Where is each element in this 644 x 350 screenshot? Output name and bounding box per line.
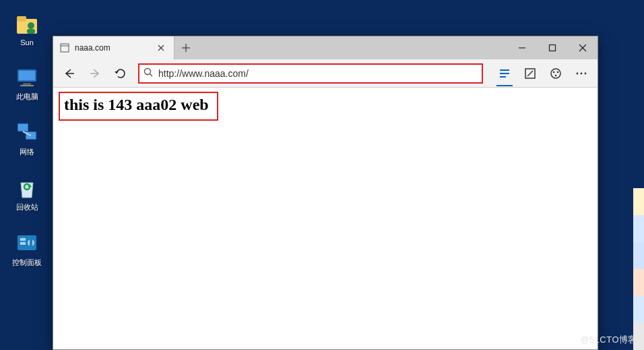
arrow-right-icon	[88, 67, 102, 80]
new-tab-button[interactable]	[174, 36, 197, 59]
taskbar-peek-strip	[633, 188, 644, 350]
svg-point-36	[551, 69, 560, 78]
svg-point-30	[145, 68, 151, 74]
page-heading: this is 143 aaa02 web	[64, 96, 209, 114]
browser-tab[interactable]: naaa.com	[53, 36, 174, 59]
computer-icon	[15, 65, 39, 90]
svg-rect-16	[20, 242, 26, 245]
note-icon	[524, 67, 536, 80]
address-input[interactable]	[158, 68, 478, 79]
svg-point-38	[557, 71, 559, 73]
svg-point-42	[585, 72, 587, 74]
share-button[interactable]	[544, 61, 568, 86]
tab-strip: naaa.com	[53, 36, 598, 59]
reading-list-button[interactable]	[492, 61, 517, 86]
svg-rect-1	[17, 16, 26, 22]
reading-list-icon	[498, 67, 511, 80]
svg-rect-19	[61, 44, 69, 52]
svg-point-41	[581, 72, 583, 74]
more-button[interactable]	[569, 61, 593, 86]
tab-close-button[interactable]	[154, 42, 168, 53]
forward-button[interactable]	[83, 61, 107, 86]
page-content: this is 143 aaa02 web	[53, 88, 598, 349]
desktop-icon-label: 网络	[20, 147, 34, 157]
arrow-left-icon	[63, 67, 76, 80]
tab-title: naaa.com	[75, 43, 148, 53]
refresh-icon	[115, 67, 127, 80]
svg-rect-9	[18, 124, 28, 131]
svg-point-40	[577, 72, 579, 74]
maximize-button[interactable]	[537, 36, 567, 59]
share-icon	[549, 67, 562, 80]
refresh-button[interactable]	[108, 61, 133, 86]
close-icon	[579, 44, 587, 52]
minimize-icon	[518, 44, 526, 52]
recycle-bin-icon	[15, 176, 39, 200]
desktop-icon-label: Sun	[20, 38, 34, 47]
back-button[interactable]	[57, 61, 82, 86]
svg-rect-26	[549, 45, 555, 51]
search-icon	[143, 67, 154, 80]
maximize-icon	[548, 44, 556, 52]
desktop-icon-sun[interactable]: Sun	[7, 12, 47, 47]
window-controls	[507, 36, 598, 59]
svg-rect-15	[20, 238, 26, 241]
desktop-icon-label: 回收站	[16, 202, 38, 212]
page-heading-highlight: this is 143 aaa02 web	[59, 92, 218, 121]
svg-line-31	[150, 74, 153, 76]
close-window-button[interactable]	[567, 36, 598, 59]
svg-rect-6	[23, 83, 31, 85]
page-icon	[60, 43, 69, 53]
toolbar-right	[488, 61, 593, 86]
desktop-icon-network[interactable]: 网络	[7, 121, 47, 157]
notes-button[interactable]	[518, 61, 542, 86]
watermark: @51CTO博客	[580, 334, 637, 346]
desktop-icons: Sun 此电脑 网络	[7, 12, 47, 268]
svg-point-37	[553, 71, 555, 73]
svg-rect-18	[30, 239, 32, 246]
svg-rect-3	[27, 29, 35, 34]
toolbar	[53, 59, 598, 88]
desktop-icon-this-pc[interactable]: 此电脑	[7, 65, 47, 102]
browser-window: naaa.com	[53, 36, 598, 350]
desktop-icon-label: 控制面板	[12, 258, 42, 268]
close-icon	[158, 45, 164, 51]
control-panel-icon	[15, 231, 39, 256]
svg-rect-5	[19, 71, 35, 80]
desktop-icon-control-panel[interactable]: 控制面板	[7, 231, 47, 268]
plus-icon	[181, 43, 191, 53]
svg-rect-7	[20, 85, 34, 86]
user-folder-icon	[15, 12, 39, 36]
svg-marker-29	[115, 71, 119, 74]
address-bar[interactable]	[138, 63, 483, 84]
svg-point-39	[555, 74, 557, 76]
desktop-icon-recycle-bin[interactable]: 回收站	[7, 176, 47, 212]
minimize-button[interactable]	[507, 36, 537, 59]
more-icon	[575, 67, 588, 80]
desktop-icon-label: 此电脑	[16, 92, 38, 102]
svg-point-2	[28, 22, 34, 29]
network-icon	[15, 121, 39, 145]
